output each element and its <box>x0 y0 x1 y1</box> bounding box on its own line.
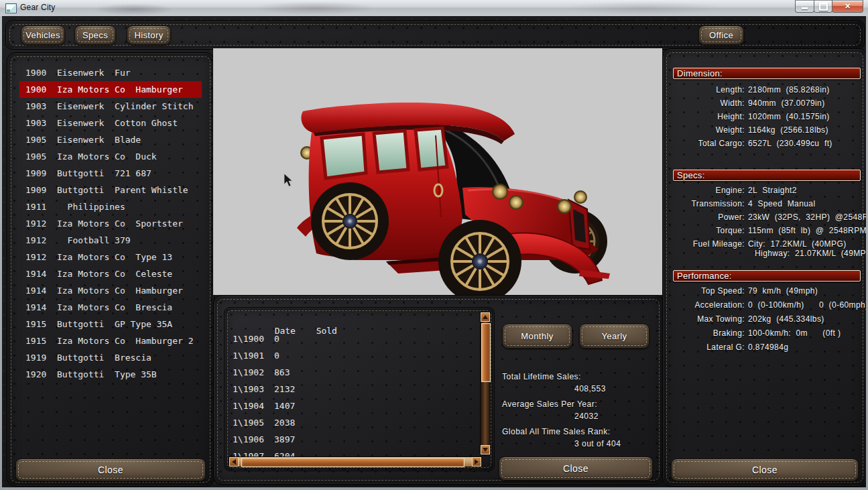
app-icon <box>5 3 17 13</box>
dimension-width: Width:940mm (37.0079in) <box>670 99 863 108</box>
vehicle-list-item[interactable]: 1903 Eisenwerk Cylinder Stitch <box>19 98 202 115</box>
specs-button-label: Specs <box>82 30 108 40</box>
scroll-right-icon <box>475 459 479 465</box>
yearly-button[interactable]: Yearly <box>579 324 649 349</box>
scroll-down-button[interactable] <box>481 445 490 454</box>
toolbar-office-button[interactable]: Office <box>698 25 744 45</box>
kv-value: 100-0km/h: 0m (0ft ) <box>748 328 841 338</box>
vehicle-list-item[interactable]: 1909 Buttgotti Parent Whistle <box>19 182 202 198</box>
kv-label: Fuel Mileage: <box>670 239 745 258</box>
vehicle-list-item[interactable]: 1914 Iza Motors Co Hamburger <box>19 282 202 299</box>
scroll-right-button[interactable] <box>472 457 481 467</box>
sales-row[interactable]: 1\1902863 <box>233 367 290 377</box>
vehicle-list-item[interactable]: 1912 Football 379 <box>19 232 202 249</box>
vehicle-list-item-selected[interactable]: 1900 Iza Motors Co Hamburger <box>19 81 202 98</box>
sales-cell-date: 1\1902 <box>233 367 274 377</box>
average-sales-per-year: Average Sales Per Year: 24032 <box>502 400 670 421</box>
vehicle-list-item[interactable]: 1912 Iza Motors Co Sportster <box>19 215 202 232</box>
vehicle-list-item[interactable]: 1915 Buttgotti GP Type 35A <box>19 316 202 332</box>
sales-cell-sold: 3897 <box>274 434 295 444</box>
kv-label: Max Towing: <box>670 314 745 324</box>
vehicle-list-item[interactable]: 1900 Eisenwerk Fur <box>19 64 202 81</box>
scroll-left-button[interactable] <box>229 457 239 467</box>
horizontal-scrollbar[interactable] <box>229 456 482 467</box>
vehicle-list-item[interactable]: 1920 Buttgotti Type 35B <box>19 366 202 383</box>
stat-label: Average Sales Per Year: <box>502 400 597 409</box>
vertical-scrollbar[interactable] <box>480 312 491 455</box>
kv-value: 0 (0-100km/h) 0 (0-60mph) <box>748 300 866 310</box>
titlebar[interactable]: Gear City ✕ <box>0 0 868 17</box>
dimension-length: Length:2180mm (85.8268in) <box>670 85 863 95</box>
scroll-left-icon <box>232 459 236 465</box>
kv-value: City: 17.2KM/L (40MPG)Highway: 21.07KM/L… <box>748 239 866 258</box>
kv-label: Height: <box>670 112 745 121</box>
toolbar-vehicles-button[interactable]: Vehicles <box>21 25 65 45</box>
dimension-height: Height:1020mm (40.1575in) <box>670 112 863 121</box>
sales-cell-sold: 1407 <box>274 401 295 411</box>
kv-value: 202kg (445.334lbs) <box>748 314 824 324</box>
vehicle-list-close-button[interactable]: Close <box>15 458 206 481</box>
kv-value: 940mm (37.0079in) <box>748 99 825 108</box>
minimize-icon <box>802 7 808 9</box>
fuel-city-value: City: 17.2KM/L (40MPG) <box>748 239 847 249</box>
sales-row[interactable]: 1\19041407 <box>233 401 295 411</box>
performance-lateral-g: Lateral G:0.874984g <box>670 343 863 352</box>
vehicle-list-item[interactable]: 1914 Iza Motors Co Brescia <box>19 299 202 316</box>
main-content: Vehicles Specs History Office 1900 Eisen… <box>2 16 866 487</box>
kv-label: Width: <box>670 99 745 108</box>
minimize-button[interactable] <box>795 0 814 13</box>
monthly-button-label: Monthly <box>521 331 553 341</box>
kv-value: 0.874984g <box>748 343 788 352</box>
global-sales-rank: Global All Time Sales Rank: 3 out of 404 <box>502 427 670 448</box>
sales-row[interactable]: 1\19052038 <box>233 418 295 428</box>
vehicle-list-item[interactable]: 1905 Eisenwerk Blade <box>19 131 202 148</box>
performance-top-speed: Top Speed:79 km/h (49mph) <box>670 286 863 296</box>
close-button-label: Close <box>563 463 588 474</box>
kv-value: 2L Straight2 <box>748 186 797 195</box>
window-frame: Vehicles Specs History Office 1900 Eisen… <box>0 16 868 490</box>
sales-cell-sold: 0 <box>274 351 280 361</box>
toolbar-history-button[interactable]: History <box>127 25 171 45</box>
maximize-button[interactable] <box>814 0 832 13</box>
sales-row[interactable]: 1\19063897 <box>233 434 295 444</box>
vehicle-3d-viewport[interactable] <box>213 48 662 295</box>
sales-row[interactable]: 1\19010 <box>233 351 280 361</box>
vehicle-list-item[interactable]: 1905 Iza Motors Co Duck <box>19 148 202 165</box>
specs-engine: Engine:2L Straight2 <box>670 186 863 195</box>
vehicle-list-item[interactable]: 1919 Buttgotti Brescia <box>19 349 202 366</box>
toolbar: Vehicles Specs History Office <box>5 20 865 50</box>
vehicle-list-item[interactable]: 1912 Iza Motors Co Type 13 <box>19 249 202 265</box>
performance-braking: Braking:100-0km/h: 0m (0ft ) <box>670 328 863 338</box>
close-window-button[interactable]: ✕ <box>832 0 863 13</box>
vehicle-list-panel: 1900 Eisenwerk Fur 1900 Iza Motors Co Ha… <box>7 52 214 487</box>
sales-cell-date: 1\1900 <box>233 334 274 344</box>
vehicle-list-item[interactable]: 1914 Iza Motors Co Celeste <box>19 265 202 282</box>
vehicle-list-item[interactable]: 1903 Eisenwerk Cotton Ghost <box>19 115 202 131</box>
toolbar-specs-button[interactable]: Specs <box>74 25 116 45</box>
kv-label: Engine: <box>670 186 745 195</box>
kv-label: Length: <box>670 85 745 95</box>
kv-value: 1164kg (2566.18lbs) <box>748 125 828 135</box>
scroll-up-button[interactable] <box>481 312 490 322</box>
maximize-icon <box>819 3 828 11</box>
kv-label: Total Cargo: <box>670 139 745 148</box>
office-button-label: Office <box>709 30 733 40</box>
kv-value: 4 Speed Manual <box>748 199 815 208</box>
sales-close-button[interactable]: Close <box>499 456 653 481</box>
close-icon: ✕ <box>845 3 851 10</box>
monthly-button[interactable]: Monthly <box>502 324 572 349</box>
sales-row[interactable]: 1\19000 <box>233 334 280 344</box>
kv-value: 2180mm (85.8268in) <box>748 85 830 95</box>
sales-table: DateSold 1\19000 1\19010 1\1902863 1\190… <box>224 307 495 471</box>
history-button-label: History <box>134 30 163 40</box>
sales-row[interactable]: 1\19032132 <box>233 384 295 394</box>
vehicle-list-item[interactable]: 1911 Philippines <box>19 198 202 215</box>
vertical-scrollbar-thumb[interactable] <box>481 323 491 382</box>
kv-value: 1020mm (40.1575in) <box>748 112 830 121</box>
performance-header: Performance: <box>673 270 861 282</box>
vehicle-list-item[interactable]: 1915 Iza Motors Co Hamburger 2 <box>19 332 202 349</box>
vehicle-list-item[interactable]: 1909 Buttgotti 721 687 <box>19 165 202 182</box>
horizontal-scrollbar-thumb[interactable] <box>241 458 464 467</box>
details-close-button[interactable]: Close <box>671 458 859 481</box>
sales-cell-date: 1\1905 <box>233 418 274 428</box>
